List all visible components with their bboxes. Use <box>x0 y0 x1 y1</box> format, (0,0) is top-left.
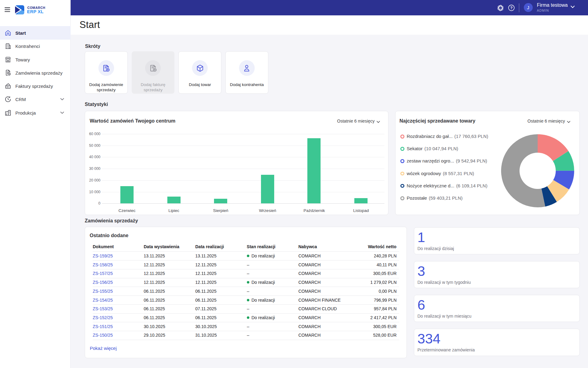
svg-text:?: ? <box>510 6 513 10</box>
